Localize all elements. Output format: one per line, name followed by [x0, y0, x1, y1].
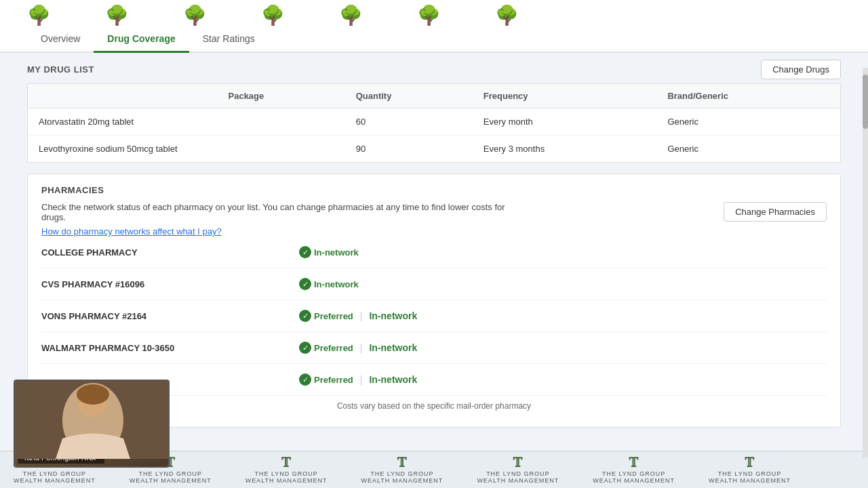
pharmacy-row-college: COLLEGE PHARMACY ✓ In-network	[41, 237, 827, 268]
drug-package	[218, 136, 345, 163]
change-pharmacies-button[interactable]: Change Pharmacies	[724, 202, 827, 222]
logo-tree-1: 🌳	[27, 4, 51, 26]
col-drug-name	[28, 84, 218, 108]
pharmacy-name: VONS PHARMACY #2164	[41, 311, 299, 321]
check-icon: ✓	[299, 246, 311, 258]
preferred-label: Preferred	[314, 311, 353, 321]
lynd-logo-6: 𝕋 THE LYND GROUP WEALTH MANAGEMENT	[593, 455, 675, 484]
logo-tree-7: 🌳	[495, 4, 519, 26]
innetwork-label: In-network	[369, 310, 417, 321]
pharmacies-description: Check the network status of each pharmac…	[41, 202, 516, 222]
lynd-logo-5: 𝕋 THE LYND GROUP WEALTH MANAGEMENT	[477, 455, 559, 484]
col-frequency: Frequency	[473, 84, 657, 108]
lynd-t-icon: 𝕋	[281, 455, 291, 470]
check-icon: ✓	[299, 278, 311, 290]
lynd-name: THE LYND GROUP	[254, 470, 317, 477]
pharmacy-status: ✓ In-network	[299, 278, 359, 290]
lynd-t-icon: 𝕋	[629, 455, 638, 470]
pharmacies-title: PHARMACIES	[41, 185, 827, 195]
lynd-name: THE LYND GROUP	[23, 470, 86, 477]
lynd-t-icon: 𝕋	[745, 455, 754, 470]
table-row: Levothyroxine sodium 50mcg tablet 90 Eve…	[28, 136, 841, 163]
col-quantity: Quantity	[345, 84, 473, 108]
table-row: Atorvastatin 20mg tablet 60 Every month …	[28, 108, 841, 136]
drug-brand-generic: Generic	[656, 136, 840, 163]
separator: |	[360, 310, 363, 321]
lynd-name: THE LYND GROUP	[139, 470, 202, 477]
drug-name: Levothyroxine sodium 50mcg tablet	[28, 136, 218, 163]
lynd-name: THE LYND GROUP	[602, 470, 665, 477]
lynd-subtitle: WEALTH MANAGEMENT	[245, 477, 328, 484]
col-brand-generic: Brand/Generic	[656, 84, 840, 108]
preferred-label: Preferred	[314, 375, 353, 385]
in-network-badge: ✓ In-network	[299, 246, 359, 258]
pharmacy-status: ✓ Preferred | In-network	[299, 373, 417, 386]
preferred-badge: ✓ Preferred	[299, 373, 353, 386]
scrollbar-thumb[interactable]	[863, 75, 868, 129]
status-label: In-network	[314, 279, 359, 289]
lynd-t-icon: 𝕋	[397, 455, 407, 470]
lynd-subtitle: WEALTH MANAGEMENT	[593, 477, 675, 484]
pharmacy-network-link[interactable]: How do pharmacy networks affect what I p…	[41, 226, 516, 237]
lynd-subtitle: WEALTH MANAGEMENT	[477, 477, 559, 484]
preferred-label: Preferred	[314, 343, 353, 353]
navigation-tabs: Overview Drug Coverage Star Ratings	[0, 26, 868, 53]
drug-frequency: Every 3 months	[473, 136, 657, 163]
lynd-logo-3: 𝕋 THE LYND GROUP WEALTH MANAGEMENT	[245, 455, 328, 484]
pharmacy-status: ✓ Preferred | In-network	[299, 310, 417, 322]
person-silhouette	[15, 381, 170, 459]
lynd-name: THE LYND GROUP	[370, 470, 433, 477]
logo-tree-6: 🌳	[417, 4, 441, 26]
drug-brand-generic: Generic	[656, 108, 840, 136]
innetwork-label: In-network	[369, 342, 417, 353]
drug-list-title: MY DRUG LIST	[27, 64, 94, 75]
drug-package	[218, 108, 345, 136]
pharmacy-name: CVS PHARMACY #16096	[41, 279, 299, 289]
preferred-badge: ✓ Preferred	[299, 310, 353, 322]
scrollbar-track	[863, 68, 868, 458]
lynd-subtitle: WEALTH MANAGEMENT	[130, 477, 212, 484]
pharmacy-name: COLLEGE PHARMACY	[41, 247, 299, 258]
lynd-subtitle: WEALTH MANAGEMENT	[709, 477, 791, 484]
pharmacies-header-row: Check the network status of each pharmac…	[41, 202, 827, 237]
pharmacy-name: WALMART PHARMACY 10-3650	[41, 343, 299, 353]
logo-tree-2: 🌳	[105, 4, 129, 26]
lynd-name: THE LYND GROUP	[718, 470, 781, 477]
innetwork-label: In-network	[369, 374, 417, 385]
lynd-subtitle: WEALTH MANAGEMENT	[14, 477, 96, 484]
logo-tree-4: 🌳	[261, 4, 285, 26]
tab-star-ratings[interactable]: Star Ratings	[189, 26, 269, 53]
video-overlay: Tana Pennington RICP	[14, 380, 170, 468]
pharmacy-status: ✓ Preferred | In-network	[299, 342, 417, 354]
pharmacy-status: ✓ In-network	[299, 246, 359, 258]
preferred-badge: ✓ Preferred	[299, 342, 353, 354]
drug-name: Atorvastatin 20mg tablet	[28, 108, 218, 136]
lynd-subtitle: WEALTH MANAGEMENT	[361, 477, 443, 484]
lynd-name: THE LYND GROUP	[486, 470, 549, 477]
logo-tree-3: 🌳	[183, 4, 207, 26]
col-package: Package	[218, 84, 345, 108]
drug-table: Package Quantity Frequency Brand/Generic…	[27, 83, 841, 163]
drug-quantity: 60	[345, 108, 473, 136]
check-icon: ✓	[299, 342, 311, 354]
tab-overview[interactable]: Overview	[27, 26, 94, 53]
check-icon: ✓	[299, 310, 311, 322]
pharmacy-row-vons: VONS PHARMACY #2164 ✓ Preferred | In-net…	[41, 300, 827, 332]
drug-list-header: MY DRUG LIST Change Drugs	[27, 53, 841, 83]
separator: |	[360, 342, 363, 353]
drug-quantity: 90	[345, 136, 473, 163]
lynd-logo-4: 𝕋 THE LYND GROUP WEALTH MANAGEMENT	[361, 455, 443, 484]
in-network-badge: ✓ In-network	[299, 278, 359, 290]
svg-point-4	[77, 384, 109, 405]
tab-drug-coverage[interactable]: Drug Coverage	[94, 26, 189, 53]
lynd-t-icon: 𝕋	[513, 455, 523, 470]
check-icon: ✓	[299, 373, 311, 386]
logo-tree-5: 🌳	[339, 4, 363, 26]
pharmacies-info: Check the network status of each pharmac…	[41, 202, 516, 237]
top-logo-strip: 🌳 🌳 🌳 🌳 🌳 🌳 🌳	[0, 0, 868, 26]
pharmacy-row-walmart: WALMART PHARMACY 10-3650 ✓ Preferred | I…	[41, 332, 827, 364]
change-drugs-button[interactable]: Change Drugs	[761, 60, 841, 79]
lynd-logo-7: 𝕋 THE LYND GROUP WEALTH MANAGEMENT	[709, 455, 791, 484]
video-person: Tana Pennington RICP	[15, 381, 168, 466]
status-label: In-network	[314, 247, 359, 258]
